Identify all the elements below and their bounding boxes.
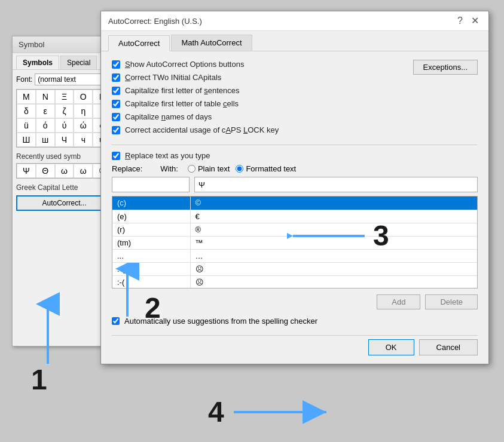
action-buttons: Add Delete [112, 294, 478, 309]
recent-theta[interactable]: Θ [36, 164, 55, 178]
radio-group: Plain text Formatted text [188, 164, 296, 173]
checkbox-row-6: Correct accidental usage of cAPS LOCK ke… [112, 125, 407, 134]
sym-zeta[interactable]: ζ [55, 104, 74, 118]
sym-M[interactable]: M [17, 90, 36, 104]
recent-omega[interactable]: ω [55, 164, 74, 178]
bottom-buttons: OK Cancel [112, 335, 478, 355]
delete-button[interactable]: Delete [425, 294, 478, 309]
recently-used-row: Ψ Θ ω ω © [16, 163, 112, 179]
ok-button[interactable]: OK [368, 339, 414, 355]
sym-u-umlaut[interactable]: ü [17, 118, 36, 133]
table-cell-replace: ... [112, 249, 190, 262]
with-input-field[interactable] [194, 177, 478, 192]
formatted-text-label: Formatted text [246, 164, 296, 173]
checkboxes-section: Show AutoCorrect Options buttons Correct… [112, 60, 407, 139]
replace-as-you-type-label: Replace text as you type [125, 151, 210, 160]
table-cell-replace: (r) [112, 223, 190, 236]
capitalize-days-label: Capitalize names of days [125, 112, 212, 121]
number-label-3: 3 [373, 222, 389, 250]
sym-che[interactable]: ч [74, 133, 93, 147]
plain-text-radio-label[interactable]: Plain text [188, 164, 230, 173]
dialog-title: AutoCorrect: English (U.S.) [108, 17, 202, 26]
sym-epsilon[interactable]: ε [36, 104, 55, 118]
symbol-tab-symbols[interactable]: Symbols [16, 56, 59, 69]
autocorrect-btn-symbol[interactable]: AutoCorrect... [16, 195, 112, 211]
sym-eta[interactable]: η [74, 104, 93, 118]
number-label-2: 2 [145, 294, 161, 323]
symbol-grid: M N Ξ Ο Π δ ε ζ η θ ü ό ύ ώ φ Ш ш Ч ч ψ [16, 89, 112, 148]
correct-two-initials-checkbox[interactable] [112, 73, 120, 82]
annotation-3: 3 [287, 221, 389, 251]
recent-omega2[interactable]: ω [74, 164, 93, 178]
capitalize-table-cells-label: Capitalize first letter of table cells [125, 99, 239, 108]
table-row[interactable]: (c) © [112, 197, 477, 210]
table-cell-with: ☹ [190, 262, 477, 275]
annotation-1: 1 [30, 292, 66, 394]
sym-o-acute[interactable]: ό [36, 118, 55, 133]
sym-O[interactable]: Ο [74, 90, 93, 104]
checkbox-row-2: Correct TWo INitial CApitals [112, 73, 407, 82]
exceptions-btn-container: Exceptions... [407, 60, 478, 139]
correct-two-initials-label: Correct TWo INitial CApitals [125, 73, 221, 82]
replace-label: Replace: [112, 164, 142, 173]
plain-text-radio[interactable] [188, 165, 196, 173]
show-autocorrect-label: Show AutoCorrect Options buttons [125, 60, 244, 69]
replace-section: Replace text as you type Replace: With: … [112, 151, 478, 192]
add-button[interactable]: Add [377, 294, 420, 309]
table-row[interactable]: :-( ☹ [112, 275, 477, 288]
exceptions-button[interactable]: Exceptions... [413, 60, 478, 75]
tab-math-autocorrect[interactable]: Math AutoCorrect [171, 35, 252, 51]
replace-inputs [112, 177, 478, 192]
annotation-2: 2 [112, 263, 161, 323]
help-button[interactable]: ? [455, 16, 465, 26]
arrow-right-4 [228, 397, 335, 427]
checkbox-row-1: Show AutoCorrect Options buttons [112, 60, 407, 69]
capitalize-days-checkbox[interactable] [112, 113, 120, 121]
sym-omega-accent[interactable]: ώ [74, 118, 93, 133]
greek-capital-label: Greek Capital Lette [16, 183, 112, 192]
close-icon[interactable]: ✕ [469, 16, 481, 26]
table-cell-replace: (e) [112, 210, 190, 223]
dialog-tabs: AutoCorrect Math AutoCorrect [101, 31, 488, 51]
sym-Che[interactable]: Ч [55, 133, 74, 147]
symbol-title: Symbol [19, 40, 44, 49]
plain-text-label: Plain text [198, 164, 230, 173]
recently-used-label: Recently used symb [16, 152, 112, 161]
checkbox-row-5: Capitalize names of days [112, 112, 407, 121]
sym-N[interactable]: N [36, 90, 55, 104]
font-row: Font: (normal text [16, 73, 112, 85]
sym-u-acute[interactable]: ύ [55, 118, 74, 133]
correct-caps-lock-checkbox[interactable] [112, 126, 120, 134]
symbol-tab-special[interactable]: Special [60, 56, 97, 69]
table-cell-with: … [190, 249, 477, 262]
auto-suggest-row: Automatically use suggestions from the s… [112, 317, 478, 326]
sym-delta[interactable]: δ [17, 104, 36, 118]
dialog-titlebar: AutoCorrect: English (U.S.) ? ✕ [101, 11, 488, 31]
checkbox-row-4: Capitalize first letter of table cells [112, 99, 407, 108]
table-row[interactable]: ... … [112, 249, 477, 262]
formatted-text-radio-label[interactable]: Formatted text [236, 164, 296, 173]
tab-autocorrect[interactable]: AutoCorrect [108, 35, 170, 51]
sym-Xi[interactable]: Ξ [55, 90, 74, 104]
sym-Sha[interactable]: Ш [17, 133, 36, 147]
table-cell-replace: (tm) [112, 236, 190, 249]
annotation-4: 4 [208, 397, 335, 427]
table-cell-with: ☹ [190, 275, 477, 288]
table-cell-with: © [190, 197, 477, 210]
capitalize-sentences-checkbox[interactable] [112, 87, 120, 95]
sym-sha[interactable]: ш [36, 133, 55, 147]
replace-as-you-type-checkbox[interactable] [112, 152, 120, 160]
arrow-left-3 [287, 221, 371, 251]
replace-as-you-type-row: Replace text as you type [112, 151, 478, 160]
recent-psi[interactable]: Ψ [17, 164, 36, 178]
arrow-up-2 [112, 263, 142, 323]
formatted-text-radio[interactable] [236, 165, 243, 173]
show-autocorrect-checkbox[interactable] [112, 60, 120, 69]
capitalize-table-cells-checkbox[interactable] [112, 100, 120, 108]
replace-header: Replace: With: Plain text Formatted text [112, 164, 478, 173]
capitalize-sentences-label: Capitalize first letter of sentences [125, 86, 239, 95]
table-row[interactable]: :-( ☹ [112, 262, 477, 275]
with-label: With: [160, 164, 178, 173]
replace-input-field[interactable] [112, 177, 190, 192]
cancel-button[interactable]: Cancel [419, 339, 478, 355]
